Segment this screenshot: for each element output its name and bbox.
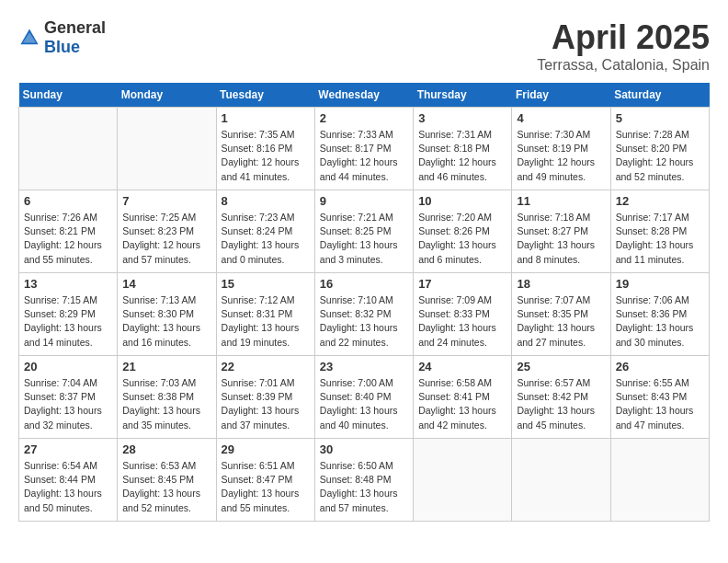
day-number: 14 [122, 277, 210, 291]
weekday-header: Tuesday [216, 83, 314, 108]
calendar-cell: 22Sunrise: 7:01 AM Sunset: 8:39 PM Dayli… [216, 356, 314, 439]
calendar-cell: 25Sunrise: 6:57 AM Sunset: 8:42 PM Dayli… [512, 356, 610, 439]
day-info: Sunrise: 7:33 AM Sunset: 8:17 PM Dayligh… [320, 128, 408, 184]
day-number: 20 [24, 360, 112, 373]
calendar-cell: 15Sunrise: 7:12 AM Sunset: 8:31 PM Dayli… [216, 273, 314, 356]
day-info: Sunrise: 7:00 AM Sunset: 8:40 PM Dayligh… [320, 376, 408, 432]
day-number: 28 [122, 442, 210, 456]
calendar-cell: 9Sunrise: 7:21 AM Sunset: 8:25 PM Daylig… [314, 190, 413, 273]
location-title: Terrassa, Catalonia, Spain [537, 57, 710, 74]
day-number: 19 [616, 277, 704, 291]
calendar-cell: 3Sunrise: 7:31 AM Sunset: 8:18 PM Daylig… [414, 108, 512, 190]
day-number: 9 [320, 194, 408, 208]
calendar-week-row: 1Sunrise: 7:35 AM Sunset: 8:16 PM Daylig… [19, 108, 710, 190]
calendar-cell: 4Sunrise: 7:30 AM Sunset: 8:19 PM Daylig… [512, 108, 610, 190]
calendar-cell [512, 439, 610, 522]
day-number: 25 [517, 360, 605, 373]
day-info: Sunrise: 7:21 AM Sunset: 8:25 PM Dayligh… [320, 211, 408, 267]
day-info: Sunrise: 7:12 AM Sunset: 8:31 PM Dayligh… [222, 293, 310, 350]
calendar-table: SundayMondayTuesdayWednesdayThursdayFrid… [18, 83, 710, 522]
calendar-cell: 5Sunrise: 7:28 AM Sunset: 8:20 PM Daylig… [610, 108, 709, 190]
calendar-week-row: 13Sunrise: 7:15 AM Sunset: 8:29 PM Dayli… [19, 273, 710, 356]
day-info: Sunrise: 7:03 AM Sunset: 8:38 PM Dayligh… [122, 376, 210, 432]
calendar-cell: 18Sunrise: 7:07 AM Sunset: 8:35 PM Dayli… [512, 273, 610, 356]
day-info: Sunrise: 6:54 AM Sunset: 8:44 PM Dayligh… [24, 459, 112, 515]
day-info: Sunrise: 6:50 AM Sunset: 8:48 PM Dayligh… [320, 459, 408, 515]
logo-icon [18, 27, 40, 49]
calendar-cell: 14Sunrise: 7:13 AM Sunset: 8:30 PM Dayli… [118, 273, 216, 356]
header: General Blue April 2025 Terrassa, Catalo… [18, 18, 710, 74]
day-number: 16 [320, 277, 408, 291]
calendar-cell [19, 108, 118, 190]
calendar-cell [118, 108, 216, 190]
month-title: April 2025 [537, 18, 710, 57]
calendar-cell [610, 439, 709, 522]
calendar-cell: 2Sunrise: 7:33 AM Sunset: 8:17 PM Daylig… [314, 108, 413, 190]
logo: General Blue [18, 18, 106, 57]
day-number: 24 [418, 360, 506, 373]
day-info: Sunrise: 6:55 AM Sunset: 8:43 PM Dayligh… [616, 376, 704, 432]
day-info: Sunrise: 7:15 AM Sunset: 8:29 PM Dayligh… [24, 293, 112, 350]
day-number: 8 [222, 194, 310, 208]
day-number: 15 [222, 277, 310, 291]
day-info: Sunrise: 7:01 AM Sunset: 8:39 PM Dayligh… [222, 376, 310, 432]
title-area: April 2025 Terrassa, Catalonia, Spain [537, 18, 710, 74]
day-number: 5 [616, 111, 704, 125]
day-number: 6 [24, 194, 112, 208]
day-number: 4 [517, 111, 605, 125]
day-number: 1 [222, 111, 310, 125]
calendar-cell: 11Sunrise: 7:18 AM Sunset: 8:27 PM Dayli… [512, 190, 610, 273]
day-number: 29 [222, 442, 310, 456]
calendar-cell: 10Sunrise: 7:20 AM Sunset: 8:26 PM Dayli… [414, 190, 512, 273]
calendar-cell: 13Sunrise: 7:15 AM Sunset: 8:29 PM Dayli… [19, 273, 118, 356]
day-number: 26 [616, 360, 704, 373]
calendar-cell [414, 439, 512, 522]
calendar-cell: 1Sunrise: 7:35 AM Sunset: 8:16 PM Daylig… [216, 108, 314, 190]
day-info: Sunrise: 7:10 AM Sunset: 8:32 PM Dayligh… [320, 293, 408, 350]
calendar-cell: 8Sunrise: 7:23 AM Sunset: 8:24 PM Daylig… [216, 190, 314, 273]
day-number: 21 [122, 360, 210, 373]
calendar-week-row: 27Sunrise: 6:54 AM Sunset: 8:44 PM Dayli… [19, 439, 710, 522]
day-number: 23 [320, 360, 408, 373]
calendar-cell: 7Sunrise: 7:25 AM Sunset: 8:23 PM Daylig… [118, 190, 216, 273]
calendar-header-row: SundayMondayTuesdayWednesdayThursdayFrid… [19, 83, 710, 108]
calendar-cell: 28Sunrise: 6:53 AM Sunset: 8:45 PM Dayli… [118, 439, 216, 522]
day-number: 10 [418, 194, 506, 208]
weekday-header: Saturday [610, 83, 709, 108]
calendar-cell: 27Sunrise: 6:54 AM Sunset: 8:44 PM Dayli… [19, 439, 118, 522]
day-info: Sunrise: 7:30 AM Sunset: 8:19 PM Dayligh… [517, 128, 605, 184]
day-info: Sunrise: 7:04 AM Sunset: 8:37 PM Dayligh… [24, 376, 112, 432]
calendar-cell: 29Sunrise: 6:51 AM Sunset: 8:47 PM Dayli… [216, 439, 314, 522]
day-info: Sunrise: 7:28 AM Sunset: 8:20 PM Dayligh… [616, 128, 704, 184]
day-info: Sunrise: 7:31 AM Sunset: 8:18 PM Dayligh… [418, 128, 506, 184]
day-number: 18 [517, 277, 605, 291]
calendar-cell: 20Sunrise: 7:04 AM Sunset: 8:37 PM Dayli… [19, 356, 118, 439]
calendar-cell: 21Sunrise: 7:03 AM Sunset: 8:38 PM Dayli… [118, 356, 216, 439]
day-info: Sunrise: 7:06 AM Sunset: 8:36 PM Dayligh… [616, 293, 704, 350]
day-number: 7 [122, 194, 210, 208]
day-info: Sunrise: 7:25 AM Sunset: 8:23 PM Dayligh… [122, 211, 210, 267]
weekday-header: Thursday [414, 83, 512, 108]
day-info: Sunrise: 7:17 AM Sunset: 8:28 PM Dayligh… [616, 211, 704, 267]
day-number: 2 [320, 111, 408, 125]
logo-blue: Blue [44, 38, 80, 56]
day-number: 22 [222, 360, 310, 373]
day-number: 17 [418, 277, 506, 291]
weekday-header: Sunday [19, 83, 118, 108]
day-info: Sunrise: 6:53 AM Sunset: 8:45 PM Dayligh… [122, 459, 210, 515]
day-info: Sunrise: 7:18 AM Sunset: 8:27 PM Dayligh… [517, 211, 605, 267]
calendar-cell: 12Sunrise: 7:17 AM Sunset: 8:28 PM Dayli… [610, 190, 709, 273]
calendar-week-row: 6Sunrise: 7:26 AM Sunset: 8:21 PM Daylig… [19, 190, 710, 273]
day-info: Sunrise: 6:57 AM Sunset: 8:42 PM Dayligh… [517, 376, 605, 432]
day-info: Sunrise: 6:51 AM Sunset: 8:47 PM Dayligh… [222, 459, 310, 515]
calendar-cell: 19Sunrise: 7:06 AM Sunset: 8:36 PM Dayli… [610, 273, 709, 356]
weekday-header: Friday [512, 83, 610, 108]
day-number: 12 [616, 194, 704, 208]
day-info: Sunrise: 7:09 AM Sunset: 8:33 PM Dayligh… [418, 293, 506, 350]
day-info: Sunrise: 7:35 AM Sunset: 8:16 PM Dayligh… [222, 128, 310, 184]
calendar-week-row: 20Sunrise: 7:04 AM Sunset: 8:37 PM Dayli… [19, 356, 710, 439]
day-info: Sunrise: 7:20 AM Sunset: 8:26 PM Dayligh… [418, 211, 506, 267]
weekday-header: Monday [118, 83, 216, 108]
calendar-cell: 30Sunrise: 6:50 AM Sunset: 8:48 PM Dayli… [314, 439, 413, 522]
day-info: Sunrise: 7:07 AM Sunset: 8:35 PM Dayligh… [517, 293, 605, 350]
